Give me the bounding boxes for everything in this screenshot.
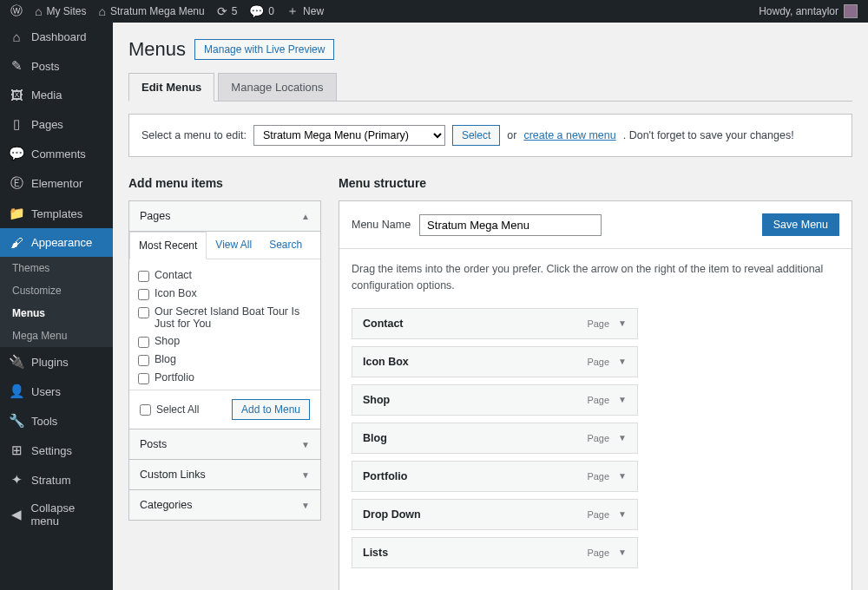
- chevron-down-icon[interactable]: ▼: [618, 471, 627, 481]
- sidebar-item-users[interactable]: 👤Users: [0, 377, 113, 406]
- menu-item-title: Lists: [363, 547, 587, 559]
- chevron-down-icon[interactable]: ▼: [618, 395, 627, 404]
- pages-checklist[interactable]: Contact Icon Box Our Secret Island Boat …: [129, 259, 320, 390]
- menu-structure-item[interactable]: BlogPage▼: [352, 423, 638, 454]
- save-menu-button[interactable]: Save Menu: [762, 213, 839, 236]
- updates[interactable]: ⟳5: [217, 4, 238, 18]
- menu-name-input[interactable]: [419, 214, 602, 236]
- accordion-custom-header[interactable]: Custom Links▼: [129, 460, 320, 489]
- chevron-down-icon[interactable]: ▼: [618, 433, 627, 442]
- my-sites[interactable]: ⌂My Sites: [35, 4, 86, 18]
- menu-structure-item[interactable]: ListsPage▼: [352, 537, 638, 568]
- tab-edit-menus[interactable]: Edit Menus: [128, 73, 214, 102]
- sliders-icon: ⊞: [9, 442, 24, 458]
- sidebar-item-elementor[interactable]: ⒺElementor: [0, 168, 113, 199]
- wp-logo[interactable]: ⓦ: [10, 3, 23, 19]
- menu-select[interactable]: Stratum Mega Menu (Primary): [253, 125, 445, 146]
- comments-count: 0: [268, 5, 274, 17]
- menu-structure-item[interactable]: Icon BoxPage▼: [352, 346, 638, 377]
- tab-view-all[interactable]: View All: [207, 232, 260, 259]
- page-check-row[interactable]: Contact: [138, 266, 312, 285]
- my-sites-label: My Sites: [46, 5, 86, 17]
- tab-most-recent[interactable]: Most Recent: [129, 232, 207, 259]
- menu-item-title: Portfolio: [363, 470, 587, 482]
- site-link[interactable]: ⌂Stratum Mega Menu: [98, 4, 204, 18]
- submenu-customize[interactable]: Customize: [0, 279, 113, 302]
- sidebar-item-plugins[interactable]: 🔌Plugins: [0, 347, 113, 377]
- sidebar-item-label: Media: [31, 88, 62, 102]
- new-content[interactable]: ＋New: [286, 3, 324, 19]
- page-icon: ▯: [9, 116, 24, 132]
- chevron-down-icon[interactable]: ▼: [618, 357, 627, 366]
- sidebar-item-posts[interactable]: ✎Posts: [0, 51, 113, 81]
- site-name-label: Stratum Mega Menu: [110, 5, 205, 17]
- account-menu[interactable]: Howdy, anntaylor: [759, 4, 858, 18]
- page-check-row[interactable]: Blog: [138, 351, 312, 369]
- page-check-row[interactable]: Our Secret Island Boat Tour Is Just for …: [138, 303, 312, 332]
- brush-icon: 🖌: [9, 235, 24, 250]
- page-checkbox[interactable]: [138, 355, 149, 366]
- sidebar-item-comments[interactable]: 💬Comments: [0, 139, 113, 168]
- chevron-down-icon: ▼: [301, 470, 310, 480]
- menu-structure-item[interactable]: ContactPage▼: [352, 308, 638, 339]
- page-check-row[interactable]: Shop: [138, 332, 312, 351]
- reminder-text: . Don't forget to save your changes!: [623, 129, 794, 141]
- live-preview-button[interactable]: Manage with Live Preview: [194, 39, 334, 60]
- sidebar-item-tools[interactable]: 🔧Tools: [0, 406, 113, 436]
- page-check-row[interactable]: Icon Box: [138, 285, 312, 303]
- page-checkbox[interactable]: [138, 289, 149, 300]
- submenu-megamenu[interactable]: Mega Menu: [0, 324, 113, 347]
- dashboard-icon: ⌂: [9, 30, 24, 44]
- sidebar-item-templates[interactable]: 📁Templates: [0, 199, 113, 228]
- create-menu-link[interactable]: create a new menu: [523, 129, 615, 141]
- select-all[interactable]: Select All: [140, 403, 199, 416]
- sidebar-item-dashboard[interactable]: ⌂Dashboard: [0, 23, 113, 51]
- sidebar-item-label: Users: [31, 385, 61, 398]
- sidebar-collapse[interactable]: ◀Collapse menu: [0, 495, 113, 534]
- new-label: New: [303, 5, 324, 17]
- select-menu-label: Select a menu to edit:: [141, 129, 247, 141]
- elementor-icon: Ⓔ: [9, 175, 24, 192]
- submenu-themes[interactable]: Themes: [0, 257, 113, 279]
- page-check-row[interactable]: Portfolio: [138, 369, 312, 387]
- stratum-icon: ✦: [9, 472, 24, 488]
- chevron-down-icon[interactable]: ▼: [618, 547, 627, 557]
- tab-manage-locations[interactable]: Manage Locations: [218, 73, 336, 102]
- chevron-down-icon[interactable]: ▼: [618, 509, 627, 519]
- sidebar-item-label: Collapse menu: [31, 502, 104, 528]
- comments-bubble[interactable]: 💬0: [249, 4, 274, 18]
- admin-toolbar: ⓦ ⌂My Sites ⌂Stratum Mega Menu ⟳5 💬0 ＋Ne…: [0, 0, 868, 23]
- sidebar-item-pages[interactable]: ▯Pages: [0, 109, 113, 139]
- add-to-menu-button[interactable]: Add to Menu: [232, 399, 310, 420]
- chevron-down-icon[interactable]: ▼: [618, 318, 627, 328]
- menu-item-title: Shop: [363, 394, 587, 406]
- chevron-down-icon: ▼: [301, 440, 310, 449]
- menu-structure-item[interactable]: PortfolioPage▼: [352, 461, 638, 492]
- menu-item-type: Page: [587, 318, 609, 329]
- sidebar-item-appearance[interactable]: 🖌Appearance: [0, 228, 113, 257]
- accordion-categories-header[interactable]: Categories▼: [129, 490, 320, 520]
- comment-icon: 💬: [9, 146, 24, 161]
- page-checkbox[interactable]: [138, 271, 149, 282]
- sidebar-item-settings[interactable]: ⊞Settings: [0, 436, 113, 465]
- tab-search[interactable]: Search: [260, 232, 311, 259]
- sidebar-item-label: Plugins: [31, 356, 69, 369]
- select-button[interactable]: Select: [452, 125, 500, 146]
- sidebar-item-label: Appearance: [31, 236, 92, 249]
- pin-icon: ✎: [9, 58, 24, 74]
- sidebar-item-media[interactable]: 🖾Media: [0, 81, 113, 109]
- menu-structure-item[interactable]: Drop DownPage▼: [352, 499, 638, 530]
- select-all-checkbox[interactable]: [140, 404, 151, 416]
- accordion-posts-header[interactable]: Posts▼: [129, 429, 320, 459]
- or-text: or: [507, 129, 516, 141]
- sidebar-item-stratum[interactable]: ✦Stratum: [0, 465, 113, 495]
- accordion-pages-header[interactable]: Pages▲: [129, 201, 320, 231]
- page-checkbox[interactable]: [138, 373, 149, 384]
- menu-structure-item[interactable]: ShopPage▼: [352, 384, 638, 416]
- page-checkbox[interactable]: [138, 337, 149, 348]
- accordion-custom-links: Custom Links▼: [128, 459, 321, 490]
- submenu-menus[interactable]: Menus: [0, 302, 113, 324]
- howdy-text: Howdy, anntaylor: [759, 5, 838, 17]
- sidebar-item-label: Elementor: [31, 177, 82, 190]
- page-checkbox[interactable]: [138, 307, 149, 318]
